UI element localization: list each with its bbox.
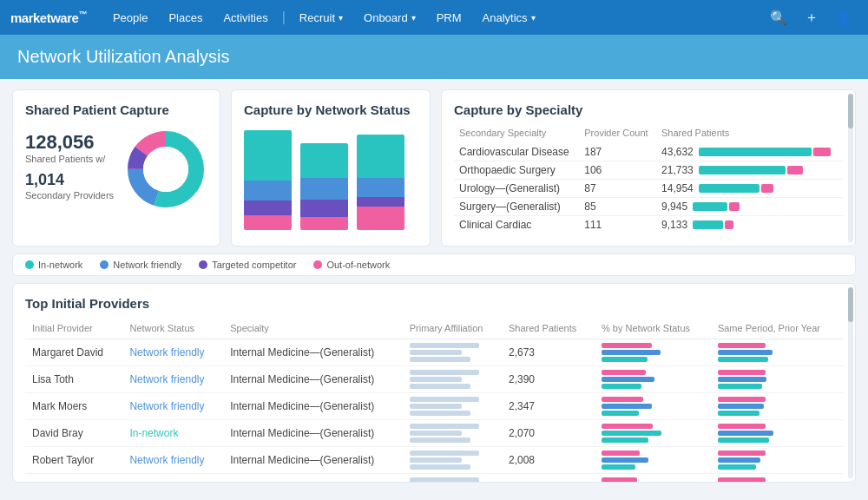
mini-bar <box>410 457 462 463</box>
mini-bar-blue <box>718 377 766 382</box>
nav-divider: | <box>279 10 289 25</box>
spec-cell-patients: 9,133 <box>656 216 843 234</box>
provider-affiliation <box>403 420 502 447</box>
prior-year-bars <box>718 477 836 483</box>
logo[interactable]: marketware™ <box>10 10 87 25</box>
provider-prior-year <box>711 366 843 393</box>
mini-bar-teal <box>602 438 648 443</box>
seg-pink-1 <box>244 215 292 230</box>
network-bars <box>602 397 704 416</box>
mini-bar-pink2 <box>718 424 766 429</box>
mini-bar-pink <box>602 343 652 348</box>
spec-cell-name: Clinical Cardiac <box>454 216 579 234</box>
spec-row: Cardiovascular Disease 187 43,632 <box>454 143 843 161</box>
provider-specialty: Internal Medicine—(Generalist) <box>223 393 403 420</box>
prior-year-bars <box>718 451 836 470</box>
nav-icons: 🔍 ＋ 👤 <box>766 4 858 30</box>
cbn-chart <box>244 126 418 230</box>
mini-bar-teal <box>602 357 648 362</box>
spc-count1: 128,056 <box>25 131 114 154</box>
spec-row: Clinical Cardiac 111 9,133 <box>454 216 843 234</box>
mini-bar <box>410 384 470 389</box>
spec-col-count: Provider Count <box>579 126 656 143</box>
bar-col-2 <box>300 143 348 230</box>
provider-specialty: Internal Medicine—(Generalist) <box>223 474 403 484</box>
cbn-title: Capture by Network Status <box>244 102 418 117</box>
top-providers-card: Top Initial Providers Initial ProviderNe… <box>12 283 856 483</box>
seg-purple-1 <box>244 201 292 215</box>
spc-title: Shared Patient Capture <box>25 102 207 117</box>
provider-specialty: Internal Medicine—(Generalist) <box>223 447 403 474</box>
legend-dot <box>100 260 108 269</box>
affiliation-bars <box>410 343 495 362</box>
providers-col-header: Initial Provider <box>25 319 122 339</box>
nav-analytics[interactable]: Analytics▾ <box>472 0 546 35</box>
network-bars <box>602 477 704 483</box>
nav-places[interactable]: Places <box>158 0 213 35</box>
nav-activities[interactable]: Activities <box>213 0 278 35</box>
providers-col-header: Network Status <box>122 319 223 339</box>
user-icon[interactable]: 👤 <box>832 4 858 30</box>
providers-scrollbar[interactable] <box>848 287 853 478</box>
spec-cell-patients: 14,954 <box>656 180 843 198</box>
spec-row: Orthopaedic Surgery 106 21,733 <box>454 161 843 180</box>
provider-specialty: Internal Medicine—(Generalist) <box>223 420 403 447</box>
providers-row: David Bray In-network Internal Medicine—… <box>25 420 843 447</box>
providers-scrollbar-thumb[interactable] <box>848 287 853 322</box>
mini-bar-pink2 <box>718 477 766 483</box>
provider-patients: 2,390 <box>502 366 595 393</box>
mini-bar-teal <box>602 411 639 416</box>
spec-cell-name: Urology—(Generalist) <box>454 180 579 198</box>
capture-by-network-card: Capture by Network Status <box>231 89 431 247</box>
provider-affiliation <box>403 339 502 366</box>
scrollbar-track[interactable] <box>848 94 853 242</box>
spc-count2: 1,014 <box>25 171 114 190</box>
spec-cell-name: Surgery—(Generalist) <box>454 198 579 216</box>
bar-col-3 <box>357 135 404 230</box>
nav-people[interactable]: People <box>102 0 158 35</box>
provider-patients: 2,008 <box>502 447 595 474</box>
mini-bar <box>410 404 462 409</box>
scrollbar-thumb[interactable] <box>848 94 853 128</box>
legend-item: Network friendly <box>100 260 181 270</box>
mini-bar-teal2 <box>718 357 768 362</box>
mini-bar-teal2 <box>718 464 756 470</box>
provider-status: Network friendly <box>122 393 223 420</box>
mini-bar-teal2 <box>718 438 769 443</box>
provider-network-pct <box>595 366 711 393</box>
provider-status: Network friendly <box>122 339 223 366</box>
mini-bar-teal2 <box>718 411 760 416</box>
provider-specialty: Internal Medicine—(Generalist) <box>223 366 403 393</box>
mini-bar-pink <box>602 424 653 429</box>
affiliation-bars <box>410 451 495 470</box>
mini-bar-pink2 <box>718 451 766 456</box>
provider-status: In-network <box>122 420 223 447</box>
spec-cell-count: 85 <box>579 198 656 216</box>
providers-col-header: % by Network Status <box>595 319 711 339</box>
nav-recruit[interactable]: Recruit▾ <box>289 0 353 35</box>
page-title: Network Utilization Analysis <box>17 47 851 67</box>
provider-name: Margaret David <box>25 339 122 366</box>
mini-bar-blue <box>718 350 773 355</box>
main-content: Shared Patient Capture 128,056 Shared Pa… <box>0 79 868 499</box>
legend-label: Out-of-network <box>326 260 390 270</box>
affiliation-bars <box>410 370 495 389</box>
mini-bar-pink2 <box>718 397 766 402</box>
search-icon[interactable]: 🔍 <box>766 4 792 30</box>
spec-row: Urology—(Generalist) 87 14,954 <box>454 180 843 198</box>
provider-prior-year <box>711 420 843 447</box>
nav-onboard[interactable]: Onboard▾ <box>353 0 426 35</box>
add-icon[interactable]: ＋ <box>799 4 825 30</box>
svg-point-5 <box>143 147 188 192</box>
nav-prm[interactable]: PRM <box>426 0 472 35</box>
provider-network-pct <box>595 474 711 484</box>
mini-bar <box>410 431 462 436</box>
spec-cell-patients: 43,632 <box>656 143 843 161</box>
network-bars <box>602 451 704 470</box>
legend-item: Out-of-network <box>313 260 390 270</box>
mini-bar <box>410 343 479 348</box>
mini-bar-pink2 <box>718 370 766 375</box>
providers-col-header: Primary Affiliation <box>403 319 502 339</box>
affiliation-bars <box>410 424 495 443</box>
mini-bar-pink <box>602 397 643 402</box>
